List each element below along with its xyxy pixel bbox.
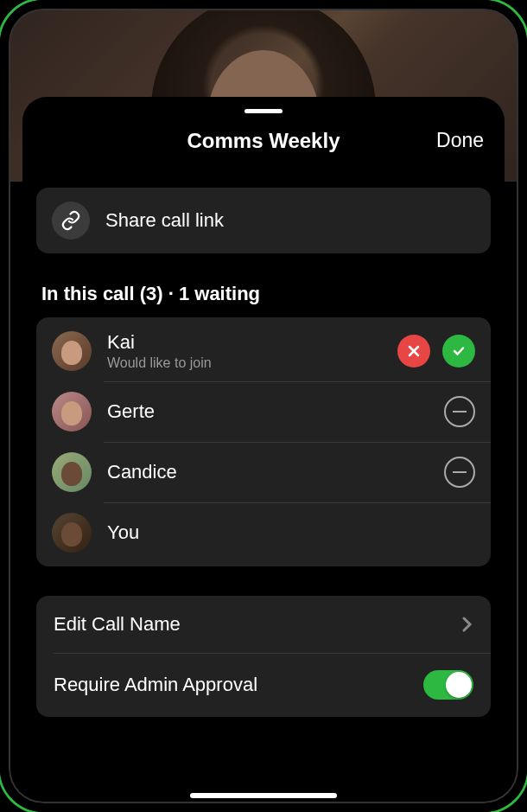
- x-icon: [407, 344, 421, 358]
- admin-approval-toggle[interactable]: [423, 670, 473, 700]
- avatar: [52, 331, 92, 371]
- link-icon: [52, 201, 90, 240]
- home-indicator[interactable]: [190, 793, 337, 798]
- edit-call-name-label: Edit Call Name: [54, 613, 181, 636]
- call-options-sheet: Comms Weekly Done Share call link In thi…: [22, 97, 505, 795]
- participants-list: Kai Would like to join Gerte: [36, 317, 491, 566]
- avatar: [52, 452, 92, 492]
- participant-name: Kai: [107, 331, 382, 354]
- participant-status: Would like to join: [107, 355, 382, 371]
- participant-name: Candice: [107, 461, 429, 483]
- admin-approval-row: Require Admin Approval: [36, 653, 491, 717]
- participant-name: Gerte: [107, 400, 429, 423]
- participant-row-waiting: Kai Would like to join: [36, 321, 491, 381]
- approve-button[interactable]: [442, 335, 475, 368]
- share-link-label: Share call link: [105, 209, 224, 232]
- participant-row: Candice: [36, 442, 491, 502]
- avatar: [52, 513, 92, 553]
- remove-button[interactable]: [444, 457, 475, 488]
- admin-approval-label: Require Admin Approval: [54, 674, 257, 696]
- check-icon: [451, 343, 467, 359]
- settings-card: Edit Call Name Require Admin Approval: [36, 596, 491, 717]
- participant-name: You: [107, 521, 475, 544]
- sheet-grabber[interactable]: [244, 109, 283, 113]
- share-link-card[interactable]: Share call link: [36, 188, 491, 253]
- reject-button[interactable]: [397, 335, 430, 368]
- section-header: In this call (3) · 1 waiting: [41, 283, 486, 305]
- sheet-title: Comms Weekly: [22, 129, 505, 153]
- minus-icon: [453, 411, 467, 413]
- chevron-right-icon: [461, 615, 473, 634]
- participant-row: Gerte: [36, 381, 491, 442]
- done-button[interactable]: Done: [436, 129, 484, 152]
- minus-icon: [453, 471, 467, 474]
- avatar: [52, 392, 92, 432]
- edit-call-name-row[interactable]: Edit Call Name: [36, 596, 491, 653]
- remove-button[interactable]: [444, 396, 475, 427]
- participant-row-self: You: [36, 502, 491, 563]
